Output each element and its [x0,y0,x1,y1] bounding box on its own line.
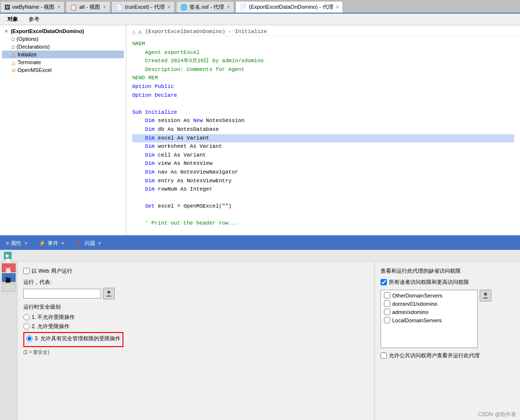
list-item-3: admin/xdomino [382,308,476,316]
bottom-tab-events[interactable]: ⚡ 事件 × [33,236,70,250]
code-text-10: db As NotesDatabase [158,126,219,132]
collapse-icon: ▼ [4,29,9,34]
access-list-box[interactable]: OtherDomainServers domsrv01/xdomino admi… [381,290,478,348]
options-icon: □ [12,36,15,42]
tab-icon-3: 📄 [116,4,123,11]
tab-vwbyname[interactable]: 🖼 vwByName - 视图 × [0,1,65,13]
code-text-16: entry As NotesViewEntry [158,178,232,184]
tree-root-label: (ExportExcelDataOnDomino) [11,28,84,34]
tab-label-5: (ExportExcelDataOnDomino) - 代理 [249,3,333,11]
tab-close-2[interactable]: × [103,4,106,10]
tree-root[interactable]: ▼ (ExportExcelDataOnDomino) [2,27,124,35]
terminate-icon: △ [12,60,16,65]
nav-basic[interactable]: 基本 [2,263,16,272]
tree-terminate-label: Terminate [17,59,41,65]
tab-label-1: vwByName - 视图 [12,3,54,11]
code-text-3: Created 2024年3月26日 by admin/xdomino [132,58,264,64]
code-text-4: Description: Comments for Agent [132,67,244,72]
bottom-tab-issues[interactable]: ❗ 问题 × [70,236,107,250]
bottom-section: ≡ 属性 × ⚡ 事件 × ❗ 问题 × ▶ 基本 安全性 [0,235,520,420]
code-text-11: excel As Variant [158,135,209,141]
radio-option1[interactable] [23,314,30,320]
code-content: %REM Agent exportExcel Created 2024年3月26… [128,38,518,230]
person-icon [105,290,112,297]
run-behalf-input-row [23,288,368,299]
radio-option3-label: 3. 允许具有完全管理权限的受限操作 [35,335,121,342]
all-readers-row: 所有读者访问权限和更高访问权限 [381,279,514,286]
code-text-19: ' Print out the header row... [145,220,238,226]
code-line-8: Sub Initialize [132,108,514,117]
radio-option2[interactable] [23,323,30,330]
vertical-nav: 基本 安全性 文档处理 [0,262,17,420]
radio-option3[interactable] [26,335,33,342]
web-user-label: 以 Web 用户运行 [32,267,72,275]
code-dim-7: Dim [145,169,155,175]
web-user-row: 以 Web 用户运行 [23,267,368,275]
tree-initialize[interactable]: △ Initialize [2,51,124,58]
code-line-10: Dim db As NotesDatabase [132,125,514,134]
tab-signnsf[interactable]: 🌐 签名.nsf - 代理 × [176,1,234,13]
list-person-button[interactable] [480,290,491,301]
tab-close-4[interactable]: × [227,4,230,10]
code-line-3: Created 2024年3月26日 by admin/xdomino [132,57,514,66]
bottom-toolbar: ▶ [0,250,520,262]
code-text-1: %REM [132,41,145,47]
bottom-tab-close-issues[interactable]: × [98,241,101,246]
tree-options-label: (Options) [17,36,38,42]
code-line-blank1 [132,100,514,108]
tab-all[interactable]: 📋 all - 视图 × [66,1,110,13]
tree-declarations[interactable]: □ (Declarations) [2,43,124,51]
svg-point-0 [107,291,110,294]
nav-doc-process[interactable]: 文档处理 [2,283,16,292]
nav-security[interactable]: 安全性 [2,273,16,282]
code-text-12: worksheet As Variant [158,143,222,149]
code-line-19: ' Print out the header row... [132,219,514,228]
bottom-tab-close-properties[interactable]: × [24,241,27,246]
tree-options[interactable]: □ (Options) [2,35,124,43]
code-header-title: △ (ExportExcelDataOnDomino) - Initialize [139,29,267,35]
list-checkbox-1[interactable] [384,292,390,298]
list-checkbox-3[interactable] [384,309,390,315]
code-text-9: session As New NotesSession [158,118,244,123]
code-set: Set [145,203,155,209]
tab-runexcel[interactable]: 📄 (runExcel) - 代理 × [111,1,175,13]
bottom-tab-close-events[interactable]: × [61,241,64,246]
tab-close-3[interactable]: × [168,4,171,10]
tab-exportexcel[interactable]: 📄 (ExportExcelDataOnDomino) - 代理 × [235,1,343,13]
tree-openmsexcel-label: OpenMSExcel [17,67,52,73]
web-user-checkbox[interactable] [23,268,30,274]
radio-option2-label: 2. 允许受限操作 [32,323,69,330]
toolbar-icon[interactable]: ▶ [4,252,12,260]
option3-box: 3. 允许具有完全管理权限的受限操作 [23,332,123,347]
code-line-14: Dim view As NotesView [132,159,514,168]
code-line-13: Dim cell As Variant [132,151,514,160]
run-behalf-input[interactable] [23,289,101,298]
sub-tab-object[interactable]: 对象 [2,14,23,24]
bottom-tab-properties[interactable]: ≡ 属性 × [0,236,33,250]
code-line-4: Description: Comments for Agent [132,66,514,74]
main-layout: 对象 参考 ▼ (ExportExcelDataOnDomino) □ (Opt… [0,14,520,420]
code-text-15: nav As NotesViewNavigator [158,169,238,175]
right-panel-title: 查看和运行此代理的缺省访问权限 [381,267,514,275]
list-checkbox-2[interactable] [384,300,390,307]
code-text-6: Option Public [132,84,174,89]
code-text-8: Sub Initialize [132,109,177,115]
code-text-7: Option Declare [132,92,177,98]
code-dim-4: Dim [145,143,155,149]
tab-icon-1: 🖼 [4,4,10,11]
tree-terminate[interactable]: △ Terminate [2,58,124,66]
tab-bar: 🖼 vwByName - 视图 × 📋 all - 视图 × 📄 (runExc… [0,0,520,14]
content-area: ▼ (ExportExcelDataOnDomino) □ (Options) … [0,25,520,235]
tab-close-1[interactable]: × [57,4,60,10]
tree-openmsexcel[interactable]: ⊙ OpenMSExcel [2,66,124,74]
sub-tab-reference[interactable]: 参考 [23,14,45,24]
code-line-5: %END REM [132,74,514,83]
list-item-1: OtherDomainServers [382,291,476,299]
public-access-checkbox[interactable] [381,352,387,359]
person-picker-button[interactable] [103,288,115,299]
all-readers-checkbox[interactable] [381,279,387,285]
code-line-2: Agent exportExcel [132,49,514,57]
code-line-18: Set excel = OpenMSExcel("") [132,202,514,211]
tab-close-5[interactable]: × [336,4,339,10]
list-checkbox-4[interactable] [384,317,390,323]
